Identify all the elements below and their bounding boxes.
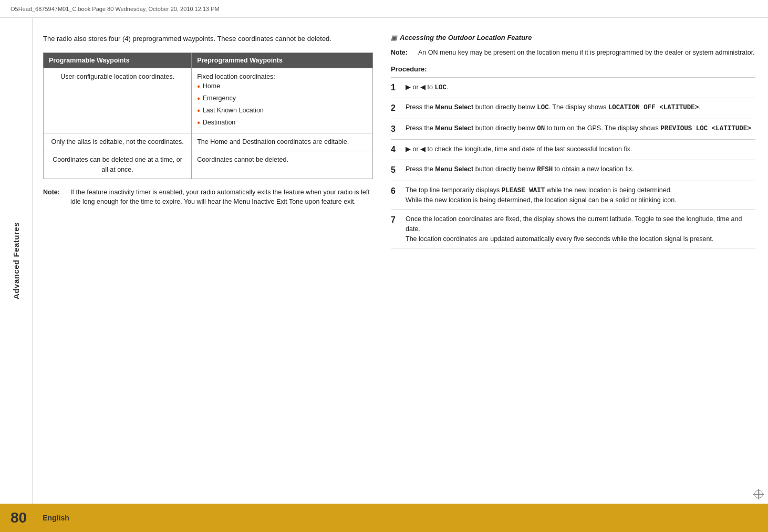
step-num-5: 5 (391, 164, 402, 176)
menu-select-bold: Menu Select (435, 103, 473, 111)
language-label: English (43, 514, 69, 522)
right-column: ▣ Accessing the Outdoor Location Feature… (386, 28, 768, 493)
step-7: 7 Once the location coordinates are fixe… (391, 210, 755, 248)
step-content-7: Once the location coordinates are fixed,… (406, 214, 755, 244)
step-num-6: 6 (391, 185, 402, 206)
bullet-text: Last Known Location (203, 106, 264, 116)
waypoints-table: Programmable Waypoints Preprogrammed Way… (43, 53, 373, 179)
sidebar: Advanced Features (0, 18, 33, 504)
table-cell-prog-2: Only the alias is editable, not the coor… (44, 133, 192, 151)
right-note-text: An ON menu key may be present on the loc… (418, 48, 755, 58)
fixed-location-label: Fixed location coordinates: (197, 73, 275, 80)
procedure-label: Procedure: (391, 65, 755, 73)
step-num-4: 4 (391, 144, 402, 155)
right-note-label: Note: (391, 48, 416, 58)
top-bar-text: O5Head_6875947M01_C.book Page 80 Wednesd… (11, 6, 220, 12)
page-number: 80 (11, 509, 27, 526)
table-row: User-configurable location coordinates. … (44, 68, 373, 133)
table-cell-preprog-2: The Home and Destination coordinates are… (192, 133, 373, 151)
col1-header: Programmable Waypoints (44, 53, 192, 68)
step-3: 3 Press the Menu Select button directly … (391, 119, 755, 139)
please-wait-code: PLEASE WAIT (502, 187, 545, 194)
on-code: ON (537, 125, 545, 132)
step-content-5: Press the Menu Select button directly be… (406, 164, 755, 176)
bottom-bar: 80 English (0, 504, 768, 532)
loc-code: LOC (434, 84, 447, 91)
step-num-3: 3 (391, 123, 402, 135)
top-bar: O5Head_6875947M01_C.book Page 80 Wednesd… (0, 0, 768, 18)
bullet-text: Emergency (203, 93, 236, 103)
arrow-right-icon: ▶ (406, 83, 411, 91)
intro-paragraph: The radio also stores four (4) preprogra… (43, 34, 373, 44)
step-content-4: ▶ or ◀ to check the longitude, time and … (406, 144, 755, 155)
note-block: Note: If the feature inactivity timer is… (43, 187, 373, 207)
sidebar-label: Advanced Features (12, 222, 20, 299)
steps-list: 1 ▶ or ◀ to LOC. 2 Press the Menu Select… (391, 77, 755, 249)
bullet-dot: • (197, 118, 200, 129)
bullet-emergency: • Emergency (197, 93, 367, 105)
bullet-home: • Home (197, 81, 367, 92)
table-cell-prog-3: Coordinates can be deleted one at a time… (44, 151, 192, 179)
section-title: Accessing the Outdoor Location Feature (400, 34, 532, 41)
note-label: Note: (43, 187, 68, 207)
bullet-dot: • (197, 106, 200, 117)
step-num-7: 7 (391, 214, 402, 244)
arrow-right-icon-2: ▶ (406, 145, 411, 153)
left-column: The radio also stores four (4) preprogra… (33, 28, 386, 493)
step-6: 6 The top line temporarily displays PLEA… (391, 181, 755, 210)
step-num-1: 1 (391, 82, 402, 93)
step-5: 5 Press the Menu Select button directly … (391, 160, 755, 180)
bullet-last-known: • Last Known Location (197, 106, 367, 117)
table-cell-prog-1: User-configurable location coordinates. (44, 68, 192, 133)
menu-select-bold-2: Menu Select (435, 124, 473, 132)
bullet-text: Destination (203, 118, 236, 128)
bullet-dot: • (197, 93, 200, 105)
table-row: Only the alias is editable, not the coor… (44, 133, 373, 151)
note-text: If the feature inactivity timer is enabl… (70, 187, 373, 207)
step-content-6: The top line temporarily displays PLEASE… (406, 185, 755, 206)
col2-header: Preprogrammed Waypoints (192, 53, 373, 68)
step-1: 1 ▶ or ◀ to LOC. (391, 77, 755, 98)
previous-loc-code: PREVIOUS LOC <LATITUDE> (660, 125, 751, 132)
table-row: Coordinates can be deleted one at a time… (44, 151, 373, 179)
table-cell-preprog-1: Fixed location coordinates: • Home • Eme… (192, 68, 373, 133)
bullet-dot: • (197, 81, 200, 92)
step-content-3: Press the Menu Select button directly be… (406, 123, 755, 135)
bullet-text: Home (203, 81, 220, 91)
section-icon: ▣ (391, 34, 397, 41)
step-num-2: 2 (391, 102, 402, 114)
step-content-2: Press the Menu Select button directly be… (406, 102, 755, 114)
table-cell-preprog-3: Coordinates cannot be deleted. (192, 151, 373, 179)
bullet-destination: • Destination (197, 118, 367, 129)
right-note-block: Note: An ON menu key may be present on t… (391, 48, 755, 58)
section-heading: ▣ Accessing the Outdoor Location Feature (391, 34, 755, 41)
arrow-left-icon: ◀ (420, 83, 425, 91)
step-content-1: ▶ or ◀ to LOC. (406, 82, 755, 93)
rfsh-code: RFSH (537, 166, 553, 173)
menu-select-bold-3: Menu Select (435, 165, 473, 173)
main-content: The radio also stores four (4) preprogra… (33, 18, 768, 504)
step-4: 4 ▶ or ◀ to check the longitude, time an… (391, 139, 755, 160)
loc-code-2: LOC (537, 104, 549, 111)
location-off-code: LOCATION OFF <LATITUDE> (608, 104, 699, 111)
arrow-left-icon-2: ◀ (420, 145, 425, 153)
step-2: 2 Press the Menu Select button directly … (391, 98, 755, 118)
